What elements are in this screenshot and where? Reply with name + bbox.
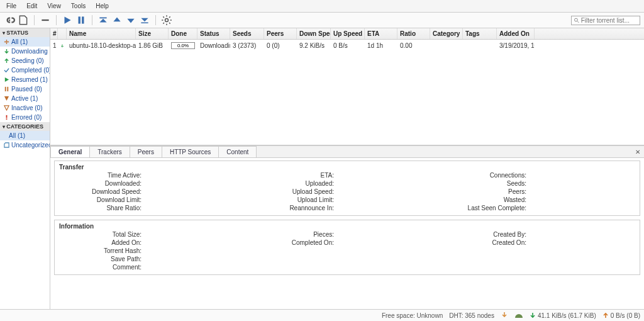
sidebar-item-label: Paused (0) bbox=[11, 86, 42, 93]
transfer-legend: Transfer bbox=[57, 164, 86, 171]
search-icon bbox=[574, 17, 580, 24]
sidebar-categories-header[interactable]: CATEGORIES bbox=[0, 122, 50, 131]
sidebar-item-label: Uncategorized (1) bbox=[11, 142, 50, 149]
detail-close-icon[interactable]: ✕ bbox=[631, 147, 644, 157]
status-dl-text: 41.1 KiB/s (61.7 KiB) bbox=[538, 312, 596, 319]
sidebar-item-all[interactable]: All (1) bbox=[0, 37, 50, 47]
col-peers[interactable]: Peers bbox=[264, 28, 297, 39]
col-up[interactable]: Up Speed bbox=[331, 28, 365, 39]
upload-icon bbox=[602, 312, 609, 318]
sidebar-item-active[interactable]: Active (1) bbox=[0, 94, 50, 103]
status-connection-icon[interactable] bbox=[501, 312, 508, 319]
svg-point-4 bbox=[575, 18, 578, 21]
move-bottom-icon[interactable] bbox=[139, 14, 150, 26]
torrent-table-body: 1 ubuntu-18.10-desktop-amd64.iso 1.86 Gi… bbox=[50, 40, 644, 145]
sidebar-item-resumed[interactable]: Resumed (1) bbox=[0, 75, 50, 84]
add-link-icon[interactable] bbox=[4, 14, 15, 26]
svg-rect-8 bbox=[6, 115, 8, 118]
col-added[interactable]: Added On bbox=[497, 28, 535, 39]
status-dht: DHT: 365 nodes bbox=[449, 312, 494, 319]
separator bbox=[56, 15, 57, 25]
lab-dl-limit: Download Limit: bbox=[60, 196, 142, 203]
col-down[interactable]: Down Speed bbox=[297, 28, 331, 39]
add-file-icon[interactable] bbox=[18, 14, 29, 26]
col-eta[interactable]: ETA bbox=[365, 28, 397, 39]
separator bbox=[34, 15, 35, 25]
col-status[interactable]: Status bbox=[197, 28, 230, 39]
torrent-table-header: # Name Size Done Status Seeds Peers Down… bbox=[50, 28, 644, 40]
move-up-icon[interactable] bbox=[111, 14, 123, 26]
status-dl[interactable]: 41.1 KiB/s (61.7 KiB) bbox=[530, 312, 596, 319]
lab-ul-limit: Upload Limit: bbox=[252, 196, 334, 203]
col-category[interactable]: Category bbox=[430, 28, 463, 39]
move-down-icon[interactable] bbox=[125, 14, 136, 26]
sidebar-item-label: Inactive (0) bbox=[11, 104, 42, 111]
sidebar-item-label: Errored (0) bbox=[11, 114, 42, 121]
tab-content[interactable]: Content bbox=[218, 146, 257, 157]
cell-category bbox=[430, 41, 463, 50]
status-ul-text: 0 B/s (0 B) bbox=[611, 312, 640, 319]
lab-created-on: Created On: bbox=[445, 239, 526, 246]
settings-icon[interactable] bbox=[161, 14, 172, 26]
resume-icon[interactable] bbox=[62, 14, 73, 26]
cell-size: 1.86 GiB bbox=[136, 41, 169, 50]
col-size[interactable]: Size bbox=[136, 28, 169, 39]
cell-num: 1 bbox=[50, 41, 58, 50]
tab-peers[interactable]: Peers bbox=[130, 146, 162, 157]
sidebar-item-paused[interactable]: Paused (0) bbox=[0, 84, 50, 94]
search-box[interactable] bbox=[571, 16, 640, 25]
sidebar-item-inactive[interactable]: Inactive (0) bbox=[0, 103, 50, 113]
tab-trackers[interactable]: Trackers bbox=[89, 146, 130, 157]
tab-general[interactable]: General bbox=[50, 146, 90, 157]
svg-rect-9 bbox=[6, 118, 8, 120]
tab-http-sources[interactable]: HTTP Sources bbox=[162, 146, 219, 157]
svg-rect-1 bbox=[79, 16, 80, 23]
menu-tools[interactable]: Tools bbox=[69, 1, 88, 11]
search-input[interactable] bbox=[581, 17, 638, 24]
lab-total-size: Total Size: bbox=[60, 231, 142, 238]
menu-file[interactable]: File bbox=[4, 1, 19, 11]
col-tags[interactable]: Tags bbox=[463, 28, 497, 39]
col-done[interactable]: Done bbox=[169, 28, 197, 39]
menu-edit[interactable]: Edit bbox=[24, 1, 40, 11]
col-ratio[interactable]: Ratio bbox=[397, 28, 430, 39]
lab-downloaded: Downloaded: bbox=[60, 180, 142, 187]
cell-status: Downloading bbox=[197, 41, 230, 50]
main: STATUS All (1) Downloading (1) Seeding (… bbox=[0, 28, 644, 309]
sidebar-item-completed[interactable]: Completed (0) bbox=[0, 65, 50, 75]
lab-uploaded: Uploaded: bbox=[252, 180, 334, 187]
lab-connections: Connections: bbox=[445, 172, 526, 179]
sidebar-category-uncategorized[interactable]: Uncategorized (1) bbox=[0, 140, 50, 150]
lab-last-seen: Last Seen Complete: bbox=[445, 205, 526, 211]
download-icon bbox=[60, 43, 64, 49]
col-num[interactable]: # bbox=[50, 28, 58, 39]
toolbar bbox=[0, 13, 644, 28]
sidebar-item-downloading[interactable]: Downloading (1) bbox=[0, 47, 50, 56]
cell-eta: 1d 1h bbox=[365, 41, 397, 50]
remove-icon[interactable] bbox=[40, 14, 51, 26]
sidebar-category-all[interactable]: All (1) bbox=[0, 131, 50, 140]
sidebar-item-errored[interactable]: Errored (0) bbox=[0, 113, 50, 122]
pause-icon[interactable] bbox=[75, 14, 87, 26]
cell-done: 0.0% bbox=[169, 41, 197, 50]
sidebar-item-label: All (1) bbox=[11, 38, 28, 45]
status-alt-speed-icon[interactable] bbox=[514, 312, 523, 318]
svg-rect-7 bbox=[7, 87, 8, 91]
lab-comment: Comment: bbox=[60, 264, 142, 271]
cell-peers: 0 (0) bbox=[264, 41, 297, 50]
lab-hash: Torrent Hash: bbox=[60, 247, 142, 254]
lab-share-ratio: Share Ratio: bbox=[60, 205, 142, 211]
col-name[interactable]: Name bbox=[67, 28, 136, 39]
status-ul[interactable]: 0 B/s (0 B) bbox=[602, 312, 640, 319]
separator bbox=[92, 15, 92, 25]
col-state-icon[interactable] bbox=[58, 28, 67, 39]
sidebar-item-label: Active (1) bbox=[11, 95, 38, 102]
menu-view[interactable]: View bbox=[45, 1, 64, 11]
torrent-row[interactable]: 1 ubuntu-18.10-desktop-amd64.iso 1.86 Gi… bbox=[50, 40, 644, 52]
menu-help[interactable]: Help bbox=[93, 1, 111, 11]
sidebar-item-seeding[interactable]: Seeding (0) bbox=[0, 56, 50, 65]
progress-bar: 0.0% bbox=[171, 42, 195, 49]
sidebar-status-header[interactable]: STATUS bbox=[0, 28, 50, 37]
col-seeds[interactable]: Seeds bbox=[230, 28, 264, 39]
move-top-icon[interactable] bbox=[97, 14, 109, 26]
